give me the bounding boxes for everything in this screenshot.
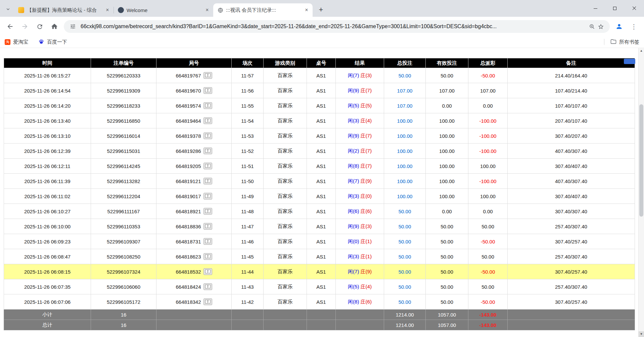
card-result-icon[interactable] (203, 208, 212, 215)
bookmark-taobao[interactable]: 淘 爱淘宝 (5, 39, 28, 45)
scroll-down-icon[interactable]: ▼ (639, 331, 644, 337)
cell-total-bet[interactable]: 50.00 (384, 249, 426, 264)
cell-valid-bet: 107.00 (426, 83, 468, 98)
card-result-icon[interactable] (203, 132, 212, 139)
table-row[interactable]: 2025-11-26 06:07:06522996105172664818342… (4, 294, 635, 310)
table-row[interactable]: 2025-11-26 06:11:39522996113282664819121… (4, 174, 635, 189)
player-result: 闲(0) (348, 238, 359, 244)
reload-button[interactable] (33, 20, 46, 33)
new-tab-button[interactable]: + (316, 5, 326, 15)
forward-button[interactable] (18, 20, 32, 33)
card-result-icon[interactable] (203, 163, 212, 169)
cell-bet-id: 522996113282 (91, 174, 156, 189)
table-row[interactable]: 2025-11-26 06:15:27522996120333664819767… (4, 68, 635, 83)
player-result: 闲(3) (348, 118, 359, 123)
tab-close-icon[interactable]: × (104, 7, 111, 13)
site-settings-icon[interactable] (68, 22, 77, 31)
menu-button[interactable]: ⋮ (627, 20, 641, 33)
card-result-icon[interactable] (203, 283, 212, 290)
cell-total-bet[interactable]: 50.00 (384, 294, 426, 310)
zoom-icon[interactable] (588, 22, 596, 31)
table-row[interactable]: 2025-11-26 06:08:47522996108250664818623… (4, 249, 635, 264)
window-close-button[interactable] (625, 0, 644, 17)
cell-total-bet[interactable]: 107.00 (384, 83, 426, 98)
cell-table-no: AS1 (307, 68, 336, 83)
window-minimize-button[interactable] (586, 0, 605, 17)
card-result-icon[interactable] (203, 102, 212, 109)
cell-total-bet[interactable]: 50.00 (384, 234, 426, 249)
back-button[interactable] (3, 20, 17, 33)
table-row[interactable]: 2025-11-26 06:13:10522996116014664819378… (4, 128, 635, 144)
card-result-icon[interactable] (203, 268, 212, 275)
cell-round: 664819464 (156, 113, 232, 128)
table-row[interactable]: 2025-11-26 06:11:02522996112204664819017… (4, 189, 635, 204)
tab-close-icon[interactable]: × (204, 7, 211, 13)
cell-total-bet[interactable]: 100.00 (384, 144, 426, 159)
all-bookmarks-button[interactable]: 所有书签 (604, 39, 639, 46)
cell-round: 664818424 (156, 279, 232, 294)
cell-total-bet[interactable]: 50.00 (384, 68, 426, 83)
cell-remark: 407.40/307.40 (508, 174, 635, 189)
url-text[interactable]: 66cxkj98.com/game/betrecord_search/kind3… (81, 23, 584, 30)
cell-time: 2025-11-26 06:08:15 (4, 264, 91, 279)
card-result-icon[interactable] (203, 253, 212, 260)
profile-button[interactable] (612, 20, 626, 33)
forward-icon (21, 23, 29, 30)
tab-bet-records-active[interactable]: :::视讯 会员下注纪录::: × (213, 3, 313, 17)
cell-total-bet[interactable]: 100.00 (384, 189, 426, 204)
table-row[interactable]: 2025-11-26 06:07:35522996106060664818424… (4, 279, 635, 294)
table-header-row: 时间注单编号局号场次游戏类别桌号结果总投注有效投注总派彩备注 (4, 58, 635, 68)
table-row[interactable]: 2025-11-26 06:14:54522996119309664819670… (4, 83, 635, 98)
cell-table-no: AS1 (307, 204, 336, 219)
card-result-icon[interactable] (203, 87, 212, 94)
vertical-scrollbar[interactable]: ▲ ▼ (638, 48, 644, 337)
tab-forum[interactable]: 【新提醒】海燕策略论坛 - 综合 × (14, 3, 113, 17)
card-result-icon[interactable] (203, 193, 212, 200)
card-result-icon[interactable] (203, 117, 212, 124)
player-result: 闲(9) (348, 88, 359, 93)
cell-session: 11-49 (232, 189, 264, 204)
address-bar[interactable]: 66cxkj98.com/game/betrecord_search/kind3… (64, 20, 610, 33)
table-row[interactable]: 2025-11-26 06:09:23522996109307664818731… (4, 234, 635, 249)
bookmark-star-icon[interactable] (596, 22, 605, 31)
cell-total-bet[interactable]: 100.00 (384, 128, 426, 144)
card-result-icon[interactable] (203, 178, 212, 184)
cell-payout: -100.00 (468, 144, 508, 159)
card-result-icon[interactable] (203, 238, 212, 245)
cell-total-bet[interactable]: 50.00 (384, 204, 426, 219)
card-result-icon[interactable] (203, 298, 212, 305)
cell-bet-id: 522996120333 (91, 68, 156, 83)
table-row[interactable]: 2025-11-26 06:10:00522996110353664818836… (4, 219, 635, 234)
cell-total-bet[interactable]: 50.00 (384, 279, 426, 294)
cell-bet-id: 522996108250 (91, 249, 156, 264)
cell-total-bet[interactable]: 100.00 (384, 174, 426, 189)
cell-total-bet[interactable]: 100.00 (384, 113, 426, 128)
home-button[interactable] (48, 20, 61, 33)
table-row[interactable]: 2025-11-26 06:14:20522996118233664819574… (4, 98, 635, 113)
table-row[interactable]: 2025-11-26 06:12:39522996115031664819286… (4, 144, 635, 159)
cell-remark: 307.40/207.40 (508, 128, 635, 144)
scroll-up-icon[interactable]: ▲ (639, 48, 644, 54)
card-result-icon[interactable] (203, 148, 212, 154)
cell-total-bet[interactable]: 50.00 (384, 264, 426, 279)
cell-total-bet[interactable]: 107.00 (384, 98, 426, 113)
cell-total-bet[interactable]: 100.00 (384, 159, 426, 174)
tab-close-icon[interactable]: × (303, 7, 310, 13)
partial-blue-button[interactable] (624, 59, 635, 64)
banker-result: 庄(9) (361, 178, 372, 184)
table-row[interactable]: 2025-11-26 06:10:27522996111167664818921… (4, 204, 635, 219)
table-row[interactable]: 2025-11-26 06:13:40522996116850664819464… (4, 113, 635, 128)
cell-total-bet[interactable]: 50.00 (384, 219, 426, 234)
bookmark-baidu[interactable]: 百度一下 (38, 39, 67, 46)
card-result-icon[interactable] (203, 223, 212, 230)
card-result-icon[interactable] (203, 72, 212, 79)
table-row[interactable]: 2025-11-26 06:12:11522996114245664819205… (4, 159, 635, 174)
profile-icon (615, 23, 623, 30)
scrollbar-thumb[interactable] (639, 104, 643, 217)
cell-result: 闲(2) 庄(7) (336, 144, 384, 159)
tab-search-button[interactable] (3, 4, 13, 14)
window-maximize-button[interactable] (605, 0, 625, 17)
tab-welcome[interactable]: Welcome × (114, 3, 213, 17)
table-row[interactable]: 2025-11-26 06:08:15522996107324664818532… (4, 264, 635, 279)
player-result: 闲(5) (348, 103, 359, 108)
